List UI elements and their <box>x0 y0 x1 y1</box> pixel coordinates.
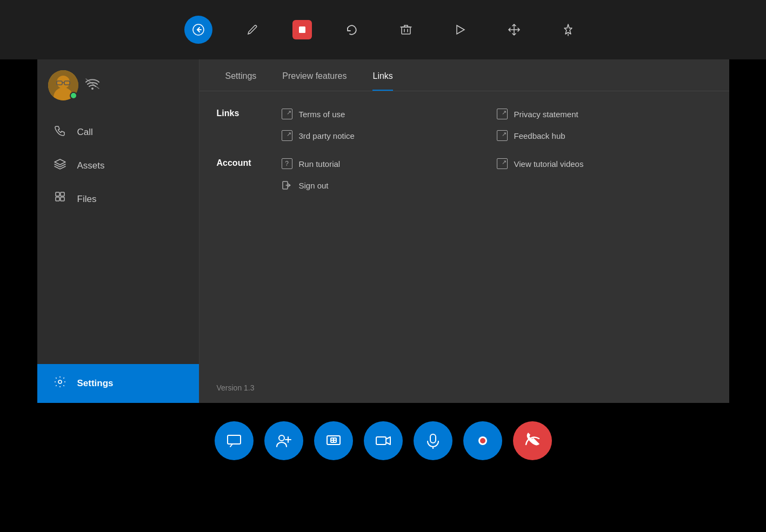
privacy-statement-link[interactable]: Privacy statement <box>497 109 712 119</box>
settings-gear-icon <box>52 375 68 392</box>
run-tutorial-link[interactable]: ? Run tutorial <box>282 158 497 169</box>
third-party-notice-link[interactable]: 3rd party notice <box>282 130 497 141</box>
phone-icon <box>52 124 68 140</box>
tab-links[interactable]: Links <box>359 59 405 91</box>
svg-point-23 <box>279 435 284 441</box>
back-button[interactable] <box>184 16 212 44</box>
sidebar-item-files[interactable]: Files <box>37 184 199 215</box>
svg-point-14 <box>91 87 94 90</box>
mic-button[interactable] <box>414 421 452 460</box>
external-link-icon-5 <box>497 158 508 169</box>
undo-button[interactable] <box>338 16 366 44</box>
svg-point-9 <box>57 76 70 89</box>
account-items-group: ? Run tutorial Sign out <box>282 158 712 191</box>
svg-marker-6 <box>457 25 464 34</box>
links-left-column: Terms of use 3rd party notice <box>282 109 497 141</box>
sidebar-profile <box>37 59 199 106</box>
add-participant-button[interactable] <box>264 421 303 460</box>
bottom-toolbar <box>0 403 766 479</box>
signout-icon <box>282 180 292 191</box>
links-row: Links Terms of use 3rd party notice <box>217 109 712 141</box>
sidebar: Call Assets <box>37 59 199 403</box>
svg-rect-19 <box>61 197 64 201</box>
sidebar-item-call-label: Call <box>77 127 93 138</box>
video-button[interactable] <box>364 421 403 460</box>
sidebar-item-files-label: Files <box>77 194 97 205</box>
svg-rect-18 <box>56 197 59 201</box>
tabs-bar: Settings Preview features Links <box>199 59 729 91</box>
tab-settings[interactable]: Settings <box>212 59 270 91</box>
svg-rect-2 <box>299 26 305 33</box>
sidebar-settings-button[interactable]: Settings <box>37 364 199 403</box>
delete-button[interactable] <box>392 16 420 44</box>
avatar-container <box>48 70 78 100</box>
sidebar-item-call[interactable]: Call <box>37 117 199 148</box>
record-button[interactable] <box>463 421 502 460</box>
account-section-label: Account <box>217 158 282 191</box>
stop-button[interactable] <box>292 20 312 39</box>
online-badge <box>70 92 77 99</box>
view-tutorial-videos-link[interactable]: View tutorial videos <box>497 158 712 169</box>
play-button[interactable] <box>446 16 474 44</box>
external-link-icon <box>282 109 292 119</box>
links-content: Links Terms of use 3rd party notice <box>217 109 712 392</box>
sidebar-nav: Call Assets <box>37 106 199 364</box>
pen-button[interactable] <box>238 16 267 44</box>
sign-out-button[interactable]: Sign out <box>282 180 497 191</box>
tab-preview-features[interactable]: Preview features <box>269 59 359 91</box>
svg-point-32 <box>480 438 485 443</box>
content-area: Settings Preview features Links Links <box>199 59 729 403</box>
feedback-hub-link[interactable]: Feedback hub <box>497 130 712 141</box>
svg-rect-16 <box>56 192 59 196</box>
main-area: Call Assets <box>37 59 729 403</box>
pin-button[interactable] <box>554 16 582 44</box>
external-link-icon-3 <box>497 109 508 119</box>
external-link-icon-2 <box>282 130 292 141</box>
question-icon: ? <box>282 158 292 169</box>
external-link-icon-4 <box>497 130 508 141</box>
links-section-label: Links <box>217 109 282 141</box>
top-toolbar <box>0 0 766 59</box>
files-icon <box>52 191 68 207</box>
screen-share-button[interactable] <box>314 421 353 460</box>
svg-rect-22 <box>228 435 241 444</box>
svg-point-20 <box>58 380 62 383</box>
links-right-column: Privacy statement Feedback hub <box>497 109 712 141</box>
version-text: Version 1.3 <box>217 383 255 392</box>
account-row: Account ? Run tutorial <box>217 158 712 191</box>
sidebar-item-assets-label: Assets <box>77 160 105 171</box>
content-panels: Links Terms of use 3rd party notice <box>199 91 729 403</box>
end-call-button[interactable] <box>513 421 552 460</box>
move-button[interactable] <box>500 16 528 44</box>
assets-icon <box>52 158 68 174</box>
svg-rect-29 <box>430 434 436 443</box>
account-left-column: ? Run tutorial Sign out <box>282 158 497 191</box>
connectivity-icon <box>85 78 100 93</box>
sidebar-item-assets[interactable]: Assets <box>37 150 199 181</box>
links-items-group: Terms of use 3rd party notice Privacy st… <box>282 109 712 141</box>
svg-rect-28 <box>376 437 386 445</box>
svg-rect-17 <box>61 192 64 196</box>
terms-of-use-link[interactable]: Terms of use <box>282 109 497 119</box>
account-right-column: View tutorial videos <box>497 158 712 191</box>
chat-button[interactable] <box>215 421 254 460</box>
svg-rect-3 <box>402 27 410 34</box>
settings-label: Settings <box>77 378 114 389</box>
